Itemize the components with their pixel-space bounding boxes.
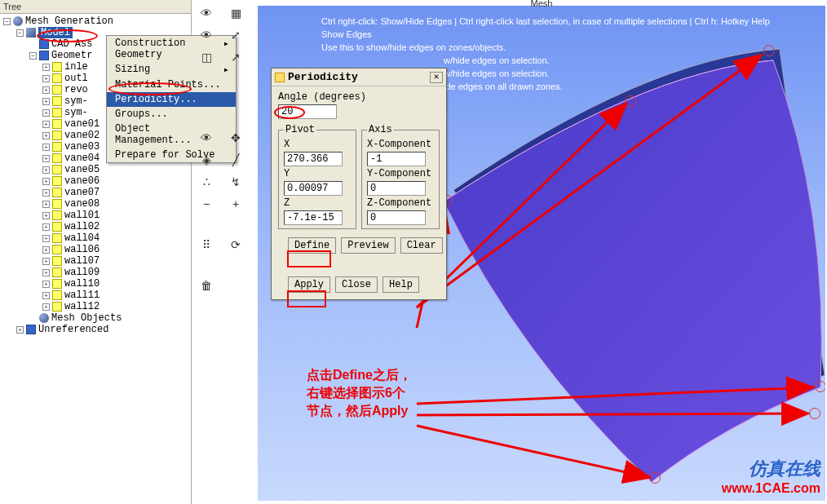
tool-refresh-icon[interactable]: ⟳: [228, 237, 244, 253]
tree-item[interactable]: +wall06: [3, 244, 191, 255]
tool-arrow-icon[interactable]: ↗: [228, 49, 244, 65]
tree-mesh-objects[interactable]: Mesh Objects: [51, 312, 122, 324]
expand-icon[interactable]: +: [42, 75, 50, 82]
object-icon: [52, 199, 62, 209]
object-icon: [52, 279, 62, 289]
tree-item-label: vane06: [64, 175, 100, 187]
tool-dot-icon[interactable]: ∴: [198, 174, 214, 190]
object-icon: [52, 142, 62, 152]
expand-icon[interactable]: +: [42, 166, 50, 174]
expand-icon[interactable]: +: [42, 86, 50, 94]
expand-icon[interactable]: +: [42, 64, 50, 71]
dialog-title: Periodicity: [288, 71, 358, 83]
pivot-group: Pivot X Y Z: [278, 124, 356, 229]
annotation-rect-apply: [287, 290, 326, 307]
expand-icon[interactable]: +: [42, 98, 50, 105]
tool-select-icon[interactable]: ◫: [198, 49, 214, 65]
tree-item-label: wall12: [64, 301, 100, 312]
pivot-y-input[interactable]: [284, 181, 343, 196]
tool-eye-icon[interactable]: 👁: [198, 5, 214, 21]
tool-minus-icon[interactable]: −: [198, 196, 214, 212]
expand-icon[interactable]: +: [42, 201, 50, 208]
expand-icon[interactable]: +: [42, 258, 50, 265]
object-icon: [52, 290, 62, 300]
tool-trash-icon[interactable]: 🗑: [198, 277, 214, 294]
node-marker: [809, 408, 820, 419]
tree-item[interactable]: +wall04: [3, 232, 191, 244]
tool-axes-icon[interactable]: ↯: [228, 174, 244, 190]
tool-eye3-icon[interactable]: 👁: [198, 130, 214, 146]
expand-icon[interactable]: −: [3, 18, 11, 25]
expand-icon[interactable]: −: [16, 29, 24, 37]
expand-icon[interactable]: +: [42, 178, 50, 185]
expand-icon[interactable]: +: [42, 246, 50, 254]
tree-model[interactable]: Model: [38, 27, 73, 38]
expand-icon[interactable]: +: [42, 212, 50, 219]
tree-item[interactable]: +wall11: [3, 290, 191, 301]
tree-item-label: vane08: [64, 198, 100, 210]
tree-unreferenced[interactable]: Unreferenced: [38, 324, 108, 335]
node-marker: [649, 472, 661, 484]
pivot-x-input[interactable]: [284, 152, 343, 166]
tree-cad[interactable]: CAD Ass: [51, 38, 92, 50]
axis-y-input[interactable]: [367, 181, 426, 196]
expand-icon[interactable]: +: [42, 281, 50, 288]
help-button[interactable]: Help: [383, 276, 419, 293]
tool-grid-icon[interactable]: ▦: [228, 5, 244, 21]
tool-move-icon[interactable]: ✥: [228, 130, 244, 146]
object-icon: [52, 119, 62, 129]
tree-item[interactable]: +wall12: [3, 301, 191, 312]
expand-icon[interactable]: +: [42, 189, 50, 197]
dialog-titlebar[interactable]: Periodicity ✕: [272, 69, 446, 86]
preview-button[interactable]: Preview: [341, 237, 395, 254]
axis-z-input[interactable]: [367, 210, 426, 225]
expand-icon[interactable]: −: [29, 52, 37, 60]
tool-eye2-icon[interactable]: 👁: [198, 27, 214, 43]
expand-icon[interactable]: +: [16, 326, 24, 334]
toolbar-column: 👁▦ 👁⤢ ◫↗ 👁✥ ◈╱ ∴↯ −+ ⠿⟳ 🗑: [198, 5, 255, 294]
expand-icon[interactable]: +: [42, 269, 50, 276]
tree-header: Tree: [0, 0, 191, 14]
close-icon[interactable]: ✕: [430, 72, 443, 83]
tool-cube-icon[interactable]: ◈: [198, 152, 214, 168]
expand-icon[interactable]: +: [42, 121, 50, 128]
tree-item[interactable]: +wall10: [3, 278, 191, 290]
expand-icon[interactable]: +: [42, 235, 50, 242]
expand-icon[interactable]: +: [42, 109, 50, 117]
tool-dots-icon[interactable]: ⠿: [198, 237, 214, 253]
angle-label: Angle (degrees): [278, 91, 440, 103]
xc-label: X-Component: [367, 139, 434, 150]
axis-x-input[interactable]: [367, 152, 426, 166]
object-icon: [52, 96, 62, 106]
x-label: X: [284, 139, 351, 150]
clear-button[interactable]: Clear: [400, 237, 443, 254]
tree-item[interactable]: +wall09: [3, 267, 191, 278]
tree-geom[interactable]: Geometr: [51, 50, 92, 61]
object-icon: [52, 210, 62, 220]
close-button[interactable]: Close: [335, 276, 378, 293]
tree-item[interactable]: +wall01: [3, 210, 191, 221]
expand-icon[interactable]: +: [42, 223, 50, 231]
expand-icon[interactable]: +: [42, 144, 50, 151]
pivot-z-input[interactable]: [284, 210, 343, 225]
tool-expand-icon[interactable]: ⤢: [228, 27, 244, 43]
angle-input[interactable]: [278, 104, 337, 119]
expand-icon[interactable]: +: [42, 132, 50, 139]
tree-item[interactable]: +vane07: [3, 187, 191, 198]
cad-icon: [39, 39, 49, 49]
expand-icon[interactable]: +: [42, 155, 50, 162]
tool-plus-icon[interactable]: +: [228, 196, 244, 212]
tree-item[interactable]: +wall07: [3, 255, 191, 267]
expand-icon[interactable]: +: [42, 303, 50, 311]
tool-line-icon[interactable]: ╱: [228, 152, 244, 168]
tree-root[interactable]: Mesh Generation: [25, 15, 113, 27]
object-icon: [52, 73, 62, 83]
expand-icon[interactable]: +: [42, 292, 50, 299]
tree-item-label: vane02: [64, 130, 100, 141]
tree-item[interactable]: +vane06: [3, 175, 191, 187]
tree-item-label: sym-: [64, 95, 88, 107]
tree-item[interactable]: +vane08: [3, 198, 191, 210]
tree-item[interactable]: +vane05: [3, 164, 191, 175]
tree-item-label: wall10: [64, 278, 100, 290]
tree-item[interactable]: +wall02: [3, 221, 191, 232]
